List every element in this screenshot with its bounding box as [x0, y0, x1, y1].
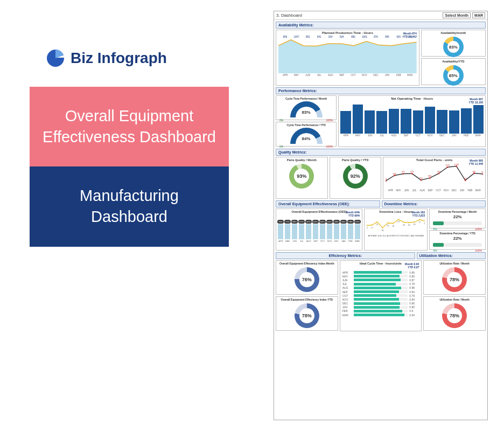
donut-chart: 76% [295, 267, 319, 292]
dashboard-header: 3. Dashboard Select Month MAR [274, 11, 487, 20]
svg-text:248: 248 [403, 224, 405, 226]
cycle-perf-ytd-gauge: Cycle Time Performance / YTD 84% 0%100% [276, 122, 337, 147]
utilization-header: Utilization Metrics: [417, 252, 486, 259]
parts-quality-ytd: Parts Quality / YTD 92% [330, 157, 382, 199]
downtime-pct-month: Downtime Percentage / Month 22% 0%100% [429, 208, 486, 228]
svg-text:213: 213 [367, 227, 368, 230]
svg-text:249: 249 [414, 224, 416, 226]
availability-month-donut-card: Availability/month 83% [421, 30, 486, 57]
planned-production-chart: Planned Production Time - Hours Month 97… [276, 30, 419, 86]
svg-text:217: 217 [371, 226, 373, 229]
chart-title: Planned Production Time - Hours [276, 30, 419, 34]
quality-header: Quality Metrics: [276, 149, 486, 156]
brand-logo: Biz Infograph [30, 48, 229, 68]
svg-point-37 [398, 219, 399, 220]
svg-point-35 [393, 223, 394, 224]
svg-text:262: 262 [424, 223, 425, 225]
downtime-header: Downtime Metrics: [382, 200, 486, 207]
svg-text:724: 724 [419, 177, 423, 179]
svg-text:251: 251 [376, 224, 379, 226]
select-month-label: Select Month [443, 12, 471, 18]
stat-note: Month 907 YTD 10,150 [468, 98, 483, 104]
svg-point-41 [409, 222, 410, 223]
downtime-loss-chart: Downtime Loss - Hours Month 262YTD 2,823… [364, 208, 428, 251]
svg-text:960: 960 [481, 171, 483, 173]
efficiency-header: Efficiency Metrics: [276, 252, 415, 259]
svg-text:186: 186 [382, 229, 384, 232]
cycle-perf-month-gauge: Cycle Time Performance / Month 83% 0%100… [276, 95, 337, 120]
svg-text:903: 903 [393, 173, 396, 175]
donut-chart: 83% [443, 37, 464, 57]
svg-text:971: 971 [402, 171, 405, 173]
month-selector[interactable]: Select Month MAR [443, 12, 485, 18]
svg-point-39 [403, 221, 404, 223]
svg-text:277: 277 [419, 221, 421, 224]
svg-text:244: 244 [408, 224, 410, 227]
good-parts-line-chart: Total Good Parts - units Month 960 YTD 1… [383, 157, 486, 199]
ideal-cycle-hbar: Ideal Cycle Time - hours/units Month 0.9… [340, 260, 422, 331]
availability-header: Availability Metrics: [276, 22, 486, 29]
title-box-2: Manufacturing Dashboard [30, 166, 229, 246]
parts-quality-month: Parts Quality / Month 93% [276, 157, 328, 199]
svg-text:987: 987 [473, 170, 476, 172]
efficiency-index-ytd: Overall Equipment Effeciency Index-YTD 7… [276, 296, 338, 331]
donut-chart: 78% [442, 303, 467, 328]
net-operating-bar-chart: Net Operating Time - Hours Month 907 YTD… [338, 95, 486, 147]
svg-point-43 [414, 221, 415, 223]
donut-chart: 85% [443, 65, 464, 86]
efficiency-index-month: Overall Equipment Effeciency Index-Month… [276, 260, 338, 295]
svg-text:1260: 1260 [454, 163, 459, 165]
utilization-rate-ytd: Utilization Rate / Month 78% [423, 296, 486, 331]
svg-point-27 [372, 225, 373, 226]
donut-chart: 93% [289, 164, 314, 189]
utilization-rate-month: Utilization Rate / Month 78% [423, 260, 486, 295]
breadcrumb: 3. Dashboard [276, 13, 302, 18]
availability-ytd-donut-card: Availability/YTD 85% [421, 58, 486, 85]
pie-icon [46, 48, 65, 68]
donut-chart: 78% [442, 267, 467, 292]
line-svg: 213217251186240236279248244249277262 [367, 214, 425, 234]
performance-header: Performance Metrics: [276, 87, 486, 94]
svg-text:716: 716 [464, 177, 467, 179]
donut-chart: 92% [343, 164, 368, 189]
oee-header: Overall Equipment Effectiveness (OEE): [276, 200, 380, 207]
svg-text:240: 240 [387, 224, 389, 227]
svg-text:979: 979 [437, 171, 440, 173]
line-svg: 68690397197372480497912251260716987960 [386, 163, 483, 189]
svg-text:236: 236 [392, 225, 394, 227]
svg-text:804: 804 [428, 175, 431, 177]
downtime-pct-ytd: Downtime Percentage / YTD 22% 0%100% [429, 230, 486, 250]
title-box-1: Overall Equipment Effectiveness Dashboar… [30, 87, 229, 166]
brand-name: Biz Infograph [71, 50, 167, 67]
svg-point-31 [382, 227, 383, 228]
donut-chart: 78% [295, 303, 319, 328]
area-svg [278, 36, 417, 73]
svg-point-29 [377, 221, 378, 223]
svg-text:973: 973 [410, 171, 414, 173]
oee-chart: Overall Equipment Effectiveness (OEE) Mo… [276, 208, 362, 251]
svg-text:279: 279 [397, 221, 400, 224]
svg-point-45 [419, 219, 421, 220]
left-panel: Biz Infograph Overall Equipment Effectiv… [30, 48, 229, 247]
svg-point-33 [388, 223, 389, 224]
svg-text:1225: 1225 [445, 164, 450, 166]
svg-text:686: 686 [386, 178, 387, 180]
svg-point-25 [367, 225, 367, 226]
selected-month[interactable]: MAR [472, 12, 485, 18]
dashboard-frame: 3. Dashboard Select Month MAR Availabili… [274, 11, 488, 420]
